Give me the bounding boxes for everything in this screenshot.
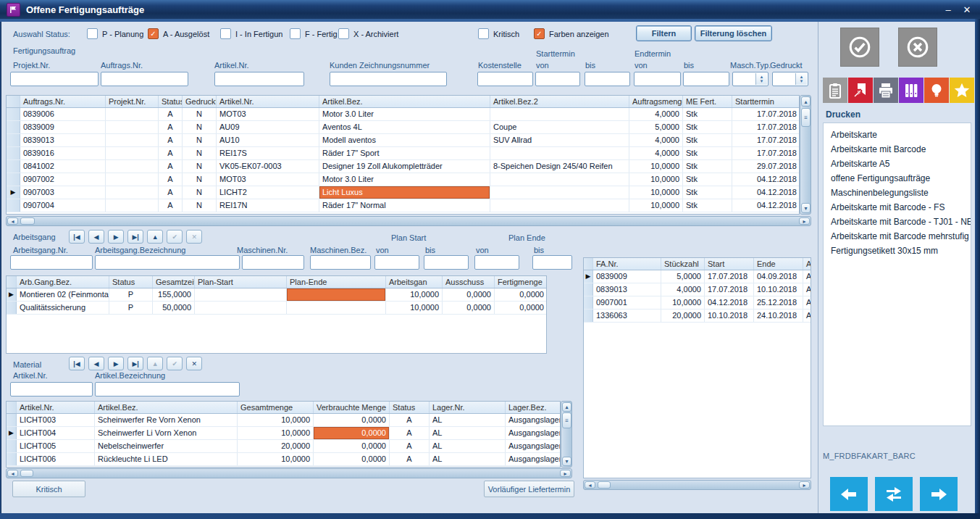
column-header[interactable]: Artikel.Nr. (17, 402, 95, 413)
spinner-arrows-icon[interactable]: ▲▼ (755, 73, 767, 85)
endtermin-bis-input[interactable] (683, 72, 729, 86)
table-row[interactable]: LICHT006Rückleuchte Li LED10,00000,0000A… (7, 453, 560, 466)
column-header[interactable]: Starttermin (732, 96, 800, 107)
plan-ende-von-input[interactable] (474, 255, 519, 270)
kunden-zeichnungsnummer-input[interactable] (330, 72, 447, 86)
print-item[interactable]: Arbeitskarte mit Barcode mehrstufig (824, 229, 971, 244)
column-header[interactable]: Plan-Ende (287, 276, 386, 288)
column-header[interactable]: Artikel.Nr. (217, 96, 319, 107)
minimize-button[interactable]: – (942, 4, 955, 15)
status-checkbox-archiviert[interactable]: X - Archiviert (338, 28, 398, 39)
column-header[interactable]: Gesamtzeit (153, 276, 195, 288)
column-header[interactable]: FA.Nr. (593, 258, 661, 270)
starttermin-von-input[interactable] (535, 72, 580, 86)
post-record-button[interactable]: ✔ (167, 230, 183, 244)
artikel-nr-input[interactable] (214, 72, 304, 86)
table-row[interactable]: 090700110,000004.12.201825.12.2018A (584, 296, 811, 310)
first-record-button[interactable]: |◀ (69, 230, 85, 244)
column-header[interactable]: Gedruckt (183, 96, 217, 107)
scroll-left-icon[interactable]: ◂ (7, 217, 18, 225)
table-row[interactable]: LICHT005Nebelscheinwerfer20,00000,0000AA… (7, 440, 560, 453)
scroll-thumb[interactable] (20, 470, 33, 477)
column-header[interactable]: Status (159, 96, 183, 107)
scroll-down-icon[interactable]: ▾ (562, 457, 571, 466)
table-row[interactable]: 0839006ANMOT03Motor 3.0 Liter4,0000Stk17… (7, 108, 799, 121)
arrow-left-button[interactable] (830, 477, 868, 511)
scroll-right-icon[interactable]: ▸ (560, 470, 571, 477)
gedruckt-spinner[interactable]: ▲▼ (772, 72, 808, 86)
table-row[interactable]: ▶08390095,000017.07.201804.09.2018A (584, 270, 811, 283)
kostenstelle-input[interactable] (477, 72, 533, 86)
endtermin-von-input[interactable] (634, 72, 681, 86)
farben-anzeigen-checkbox[interactable]: Farben anzeigen (534, 28, 609, 39)
arbeitsgang-nr-input[interactable] (10, 255, 93, 270)
checkbox-icon[interactable] (290, 28, 301, 39)
table-row[interactable]: 0839013ANAU10Modell aventosSUV Allrad4,0… (7, 134, 799, 147)
column-header[interactable]: A (803, 258, 811, 270)
scroll-down-icon[interactable]: ▾ (801, 203, 811, 213)
kritisch-button[interactable]: Kritisch (12, 481, 85, 497)
print-item[interactable]: Arbeitskarte mit Barcode - FS (824, 200, 971, 215)
table-row[interactable]: 08390134,000017.07.201810.10.2018A (584, 283, 811, 296)
confirm-button[interactable] (840, 28, 879, 67)
table-row[interactable]: 0907004ANREI17NRäder 17" Normal10,0000St… (7, 199, 799, 212)
scroll-thumb[interactable]: ≡ (562, 412, 571, 428)
scroll-up-icon[interactable]: ▴ (562, 402, 571, 412)
close-button[interactable]: ✕ (960, 4, 973, 15)
next-record-button[interactable]: ▶ (108, 357, 124, 370)
print-item[interactable]: Maschinenbelegungsliste (824, 186, 971, 200)
scroll-left-icon[interactable]: ◂ (585, 481, 595, 489)
column-header[interactable]: Status (390, 402, 430, 413)
status-checkbox-ausgeloest[interactable]: A - Ausgelöst (148, 28, 209, 39)
checkbox-icon[interactable] (87, 28, 98, 39)
checkbox-icon[interactable] (148, 28, 159, 39)
printer-icon[interactable] (874, 78, 898, 103)
cancel-button[interactable] (898, 28, 937, 67)
scroll-up-icon[interactable]: ▴ (801, 96, 811, 107)
checkbox-icon[interactable] (478, 28, 489, 39)
print-item[interactable]: Arbeitskarte mit Barcode (824, 142, 971, 157)
orders-hscrollbar[interactable]: ◂ ▸ (6, 216, 811, 226)
first-record-button[interactable]: |◀ (69, 357, 85, 370)
starttermin-bis-input[interactable] (585, 72, 630, 86)
table-row[interactable]: 133606320,000010.10.201824.10.2018A (584, 310, 811, 323)
material-hscrollbar[interactable]: ◂ ▸ (6, 468, 572, 478)
arbeitsgang-bez-input[interactable] (95, 255, 240, 270)
status-checkbox-planung[interactable]: P - Planung (87, 28, 143, 39)
plan-ende-bis-input[interactable] (532, 255, 572, 270)
column-header[interactable]: ME Fert. (683, 96, 732, 107)
maschinen-nr-input[interactable] (242, 255, 304, 270)
column-header[interactable]: Artikel.Bez. (319, 96, 490, 107)
scroll-thumb[interactable] (598, 481, 611, 489)
material-artikel-bez-input[interactable] (95, 382, 240, 396)
clipboard-icon[interactable] (823, 78, 847, 103)
scroll-right-icon[interactable]: ▸ (799, 481, 810, 489)
print-item[interactable]: Arbeitskarte A5 (824, 157, 971, 171)
post-record-button[interactable]: ✔ (167, 357, 183, 370)
table-row[interactable]: ▶0907003ANLICHT2Licht Luxus10,0000Stk04.… (7, 186, 799, 199)
table-row[interactable]: ▶Montieren 02 (FeinmontaP155,000010,0000… (7, 288, 546, 302)
checkbox-icon[interactable] (338, 28, 349, 39)
print-item[interactable]: offene Fertigungsaufträge (824, 171, 971, 186)
plan-start-bis-input[interactable] (424, 255, 469, 270)
column-header[interactable]: Arbeitsgan (386, 276, 443, 288)
vorlaeufiger-liefertermin-button[interactable]: Vorläufiger Liefertermin (484, 481, 574, 497)
arrow-right-button[interactable] (920, 477, 958, 511)
table-row[interactable]: 0841002ANVK05-EK07-0003Designer 19 Zoll … (7, 160, 799, 173)
print-item[interactable]: Fertigungsetikett 30x15 mm (824, 244, 971, 258)
column-header[interactable]: Ausschuss (443, 276, 495, 288)
table-row[interactable]: LICHT003Scheinwerfer Re Vorn Xenon10,000… (7, 414, 560, 427)
prev-record-button[interactable]: ◀ (88, 230, 104, 244)
binders-icon[interactable] (899, 78, 924, 103)
column-header[interactable]: Gesamtmenge (238, 402, 314, 413)
column-header[interactable]: Auftrags.Nr. (20, 96, 106, 107)
scroll-thumb[interactable] (20, 217, 35, 225)
last-record-button[interactable]: ▶| (127, 357, 143, 370)
material-artikel-nr-input[interactable] (10, 382, 93, 396)
checkbox-icon[interactable] (220, 28, 231, 39)
plan-start-von-input[interactable] (374, 255, 419, 270)
edit-record-button[interactable]: ▲ (147, 230, 163, 244)
table-row[interactable]: 0839009ANAU09Aventos 4LCoupe5,0000Stk17.… (7, 121, 799, 134)
column-header[interactable]: Ende (754, 258, 803, 270)
projekt-nr-input[interactable] (10, 72, 99, 86)
